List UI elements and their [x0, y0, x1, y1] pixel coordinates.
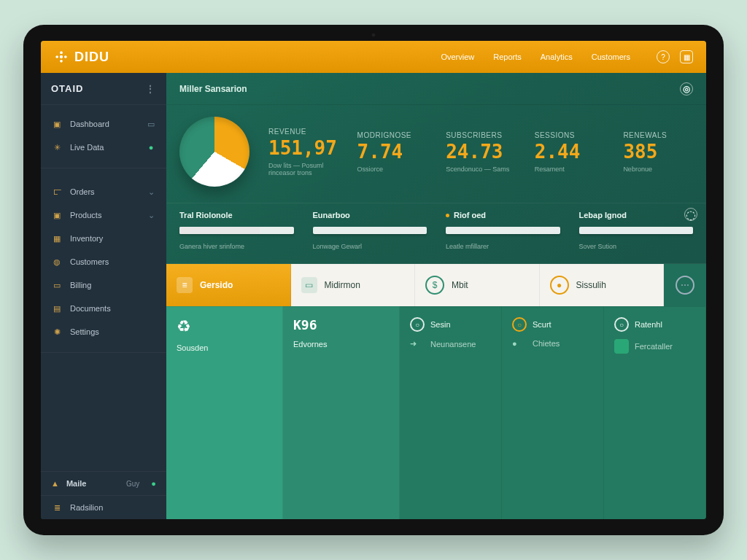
sidebar-item-settings[interactable]: ✺ Settings — [41, 320, 166, 343]
tile-label: Sousden — [177, 343, 272, 352]
user-icon: ▲ — [51, 479, 59, 488]
brand-name: DIDU — [74, 50, 109, 65]
sidebar-item-label: Products — [70, 211, 101, 219]
chip-label: Mbit — [452, 280, 468, 290]
brand-logo-icon — [54, 50, 69, 64]
main-header: Miller Sansarion ◎ — [166, 73, 706, 105]
stat-value: 7.74 — [357, 141, 427, 163]
progress-label: Lebap Ignod — [579, 211, 627, 219]
progress-card[interactable]: Lebap Ignod Sover Sution — [579, 211, 694, 250]
chip-more[interactable]: ⋯ — [664, 264, 706, 306]
tile-card[interactable]: ○Sesin ➜Neunansene — [400, 306, 502, 519]
stat-card: Revenue 151,97 Dow lits — Posuml rinceas… — [268, 128, 338, 176]
sidebar-item-orders[interactable]: ⫍ Orders ⌄ — [41, 180, 166, 203]
tile-card[interactable]: ♻ Sousden — [166, 306, 283, 519]
grid-icon: ▦ — [51, 233, 63, 244]
stat-value: 24.73 — [446, 141, 516, 163]
sidebar-header: OTAID ⋮ — [41, 73, 166, 105]
sidebar-item-dashboard[interactable]: ▣ Dashboard ▭ — [41, 112, 166, 136]
main: Miller Sansarion ◎ Revenue 151,97 Dow li… — [166, 73, 706, 519]
sidebar-item-billing[interactable]: ▭ Billing — [41, 273, 166, 297]
stat-value: 385 — [623, 141, 693, 163]
stat-sub: Ossiorce — [357, 166, 427, 173]
sidebar-item-products[interactable]: ▣ Products ⌄ — [41, 203, 166, 227]
tile-value: K96 — [293, 317, 389, 332]
gear-icon: ✺ — [51, 326, 63, 338]
svg-point-3 — [60, 60, 63, 63]
sidebar-item-extra[interactable]: ≣ Radsilion — [41, 495, 166, 519]
progress-bar — [313, 227, 427, 234]
tile-title: Ratenhl — [635, 320, 662, 329]
sidebar-item-live[interactable]: ✳ Live Data ● — [41, 136, 166, 159]
target-icon[interactable]: ◎ — [680, 82, 693, 96]
svg-point-4 — [60, 55, 63, 58]
progress-sub: Lonwage Gewarl — [313, 243, 427, 250]
sidebar-item-customers[interactable]: ◍ Customers — [41, 250, 166, 273]
brand[interactable]: DIDU — [54, 50, 109, 65]
progress-card[interactable]: Tral Riolonole Ganera hiver srinfome — [179, 211, 294, 250]
progress-sub: Ganera hiver srinfome — [179, 243, 294, 250]
box-icon: ▣ — [51, 209, 63, 221]
info-icon[interactable]: ◌ — [684, 208, 697, 221]
progress-card[interactable]: Eunarboo Lonwage Gewarl — [313, 211, 427, 250]
stat-key: Modrignose — [357, 131, 427, 139]
topnav-item[interactable]: Analytics — [541, 52, 573, 61]
stack-icon: ≡ — [177, 277, 193, 293]
stat-key: Revenue — [268, 128, 338, 136]
top-nav: Overview Reports Analytics Customers — [441, 52, 630, 61]
tile-title: Sesin — [430, 320, 451, 329]
topbar: DIDU Overview Reports Analytics Customer… — [41, 41, 706, 73]
circle-icon: ○ — [410, 317, 425, 332]
folder-icon: ▭ — [146, 119, 156, 129]
tile-title: Scurt — [533, 320, 551, 329]
camera-dot — [371, 33, 376, 37]
sidebar-item-label: Billing — [70, 281, 91, 289]
chip-item[interactable]: ▭ Midirmon — [291, 264, 416, 306]
chip-item[interactable]: $ Mbit — [415, 264, 540, 306]
circle-icon: ○ — [512, 317, 527, 332]
tile-card[interactable]: ○Scurt ●Chietes — [502, 306, 604, 519]
divider — [41, 352, 166, 353]
chip-label: Gersido — [200, 280, 233, 290]
tiles-grid: ♻ Sousden K96 Edvornes ○Sesin ➜Neunansen… — [166, 306, 706, 519]
sidebar-footer-user[interactable]: ▲ Maile Guy ● — [41, 471, 166, 495]
help-icon[interactable]: ? — [657, 50, 670, 63]
sidebar-item-documents[interactable]: ▤ Documents — [41, 297, 166, 320]
topnav-item[interactable]: Customers — [592, 52, 630, 61]
more-icon[interactable]: ⋮ — [145, 83, 156, 95]
svg-point-1 — [55, 55, 58, 58]
dot-icon — [446, 214, 449, 217]
sidebar-group-main: ⫍ Orders ⌄ ▣ Products ⌄ ▦ Inventory ◍ — [41, 173, 166, 348]
stats-row: Revenue 151,97 Dow lits — Posuml rinceas… — [166, 105, 706, 203]
sidebar-item-inventory[interactable]: ▦ Inventory — [41, 227, 166, 250]
sidebar-item-label: Live Data — [70, 143, 104, 152]
chip-item[interactable]: ● Sissulih — [540, 264, 665, 306]
svg-point-0 — [60, 51, 63, 54]
topnav-item[interactable]: Overview — [441, 52, 474, 61]
tile-sub: Fercataller — [635, 342, 673, 351]
progress-bar — [446, 227, 560, 234]
sidebar-user-tag: Guy — [126, 480, 139, 488]
sidebar-title: OTAID — [51, 83, 83, 94]
doc-icon: ▤ — [51, 303, 63, 314]
chip-primary[interactable]: ≡ Gersido — [166, 264, 291, 306]
apps-icon[interactable]: ▦ — [680, 50, 693, 63]
pie-chart — [179, 117, 249, 187]
divider — [41, 168, 166, 168]
sidebar-item-label: Orders — [70, 187, 95, 196]
topnav-item[interactable]: Reports — [493, 52, 522, 61]
progress-bar — [579, 227, 694, 234]
card-icon: ▭ — [51, 279, 63, 291]
progress-card[interactable]: Riof oed Leatle mfillarer — [446, 211, 560, 250]
progress-row: Tral Riolonole Ganera hiver srinfome Eun… — [166, 203, 706, 264]
progress-sub: Leatle mfillarer — [446, 243, 560, 250]
tile-card[interactable]: K96 Edvornes — [283, 306, 400, 519]
stat-key: Renewals — [623, 131, 693, 139]
spark-icon: ✳ — [51, 141, 63, 153]
square-icon — [614, 339, 629, 354]
stat-card: Renewals 385 Nebronue — [623, 131, 693, 173]
chart-icon: ⫍ — [51, 186, 63, 198]
progress-label: Eunarboo — [313, 211, 350, 219]
tile-card[interactable]: ○Ratenhl Fercataller — [604, 306, 706, 519]
ring-icon: ● — [550, 276, 569, 295]
